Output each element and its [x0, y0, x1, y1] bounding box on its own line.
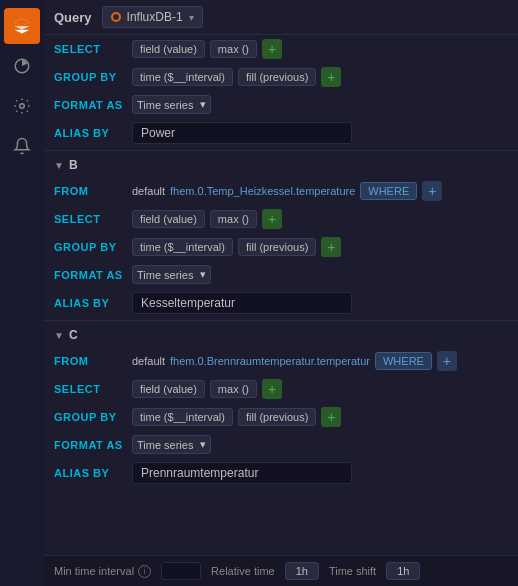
- groupby-label-c: GROUP BY: [54, 411, 126, 423]
- section-c-label: C: [69, 328, 78, 342]
- from-add-btn-b[interactable]: +: [422, 181, 442, 201]
- section-c: ▼ C FROM default fhem.0.Brennraumtempera…: [44, 323, 518, 488]
- from-content-c: default fhem.0.Brennraumtemperatur.tempe…: [132, 351, 508, 371]
- svg-point-4: [20, 104, 25, 109]
- min-time-interval-input[interactable]: [161, 562, 201, 580]
- time-tag-a[interactable]: time ($__interval): [132, 68, 233, 86]
- gear-icon: [13, 97, 31, 115]
- svg-rect-0: [16, 22, 28, 24]
- select-content-a: field (value) max () +: [132, 39, 508, 59]
- groupby-content-b: time ($__interval) fill (previous) +: [132, 237, 508, 257]
- footer: Min time interval i Relative time 1h Tim…: [44, 555, 518, 586]
- where-btn-b[interactable]: WHERE: [360, 182, 417, 200]
- from-default-b: default: [132, 185, 165, 197]
- groupby-add-btn-b[interactable]: +: [321, 237, 341, 257]
- where-btn-c[interactable]: WHERE: [375, 352, 432, 370]
- from-default-c: default: [132, 355, 165, 367]
- fill-tag-b[interactable]: fill (previous): [238, 238, 316, 256]
- formatas-label-c: FORMAT AS: [54, 439, 126, 451]
- aliasBy-input-c[interactable]: [132, 462, 352, 484]
- sidebar-item-bell[interactable]: [4, 128, 40, 164]
- from-label-b: FROM: [54, 185, 126, 197]
- aliasBy-label-c: ALIAS BY: [54, 467, 126, 479]
- formatas-row-c: FORMAT AS Time series Table World map ▾: [44, 431, 518, 458]
- time-tag-c[interactable]: time ($__interval): [132, 408, 233, 426]
- svg-rect-1: [16, 25, 28, 27]
- db-name: InfluxDB-1: [127, 10, 183, 24]
- sidebar-item-dashboard[interactable]: [4, 8, 40, 44]
- groupby-row-a: GROUP BY time ($__interval) fill (previo…: [44, 63, 518, 91]
- format-chevron-c: ▾: [200, 438, 206, 451]
- from-measurement-c[interactable]: fhem.0.Brennraumtemperatur.temperatur: [170, 355, 370, 367]
- svg-rect-2: [16, 28, 28, 30]
- format-select-b[interactable]: Time series Table World map ▾: [132, 265, 211, 284]
- sidebar-item-chart[interactable]: [4, 48, 40, 84]
- query-content: SELECT field (value) max () + GROUP BY t…: [44, 35, 518, 555]
- select-row-c: SELECT field (value) max () +: [44, 375, 518, 403]
- from-measurement-b[interactable]: fhem.0.Temp_Heizkessel.temperature: [170, 185, 355, 197]
- groupby-add-btn-a[interactable]: +: [321, 67, 341, 87]
- time-shift-value[interactable]: 1h: [386, 562, 420, 580]
- aliasBy-row-b: ALIAS BY: [44, 288, 518, 318]
- max-tag-a[interactable]: max (): [210, 40, 257, 58]
- aliasBy-content-c: [132, 462, 508, 484]
- groupby-add-btn-c[interactable]: +: [321, 407, 341, 427]
- select-add-btn-c[interactable]: +: [262, 379, 282, 399]
- divider-bc: [44, 320, 518, 321]
- max-tag-c[interactable]: max (): [210, 380, 257, 398]
- aliasBy-input-b[interactable]: [132, 292, 352, 314]
- select-content-b: field (value) max () +: [132, 209, 508, 229]
- select-row-b: SELECT field (value) max () +: [44, 205, 518, 233]
- from-label-c: FROM: [54, 355, 126, 367]
- section-b-header[interactable]: ▼ B: [44, 153, 518, 177]
- from-row-c: FROM default fhem.0.Brennraumtemperatur.…: [44, 347, 518, 375]
- select-label-b: SELECT: [54, 213, 126, 225]
- from-row-b: FROM default fhem.0.Temp_Heizkessel.temp…: [44, 177, 518, 205]
- select-label-c: SELECT: [54, 383, 126, 395]
- aliasBy-input-a[interactable]: [132, 122, 352, 144]
- aliasBy-row-a: ALIAS BY: [44, 118, 518, 148]
- format-chevron-b: ▾: [200, 268, 206, 281]
- select-row-a: SELECT field (value) max () +: [44, 35, 518, 63]
- format-select-input-b[interactable]: Time series Table World map: [137, 269, 196, 281]
- min-time-interval-label: Min time interval i: [54, 565, 151, 578]
- relative-time-value[interactable]: 1h: [285, 562, 319, 580]
- fill-tag-c[interactable]: fill (previous): [238, 408, 316, 426]
- groupby-label-a: GROUP BY: [54, 71, 126, 83]
- formatas-content-a: Time series Table World map ▾: [132, 95, 508, 114]
- time-tag-b[interactable]: time ($__interval): [132, 238, 233, 256]
- field-tag-a[interactable]: field (value): [132, 40, 205, 58]
- fill-tag-a[interactable]: fill (previous): [238, 68, 316, 86]
- format-select-a[interactable]: Time series Table World map ▾: [132, 95, 211, 114]
- chart-icon: [13, 57, 31, 75]
- field-tag-b[interactable]: field (value): [132, 210, 205, 228]
- bell-icon: [13, 137, 31, 155]
- collapse-arrow-b: ▼: [54, 160, 64, 171]
- aliasBy-label-b: ALIAS BY: [54, 297, 126, 309]
- format-select-c[interactable]: Time series Table World map ▾: [132, 435, 211, 454]
- format-chevron-a: ▾: [200, 98, 206, 111]
- sidebar-item-gear[interactable]: [4, 88, 40, 124]
- relative-time-label: Relative time: [211, 565, 275, 577]
- groupby-content-a: time ($__interval) fill (previous) +: [132, 67, 508, 87]
- info-icon[interactable]: i: [138, 565, 151, 578]
- db-selector[interactable]: InfluxDB-1 ▾: [102, 6, 203, 28]
- chevron-down-icon: ▾: [189, 12, 194, 23]
- aliasBy-row-c: ALIAS BY: [44, 458, 518, 488]
- section-a: SELECT field (value) max () + GROUP BY t…: [44, 35, 518, 148]
- time-shift-label: Time shift: [329, 565, 376, 577]
- sidebar: [0, 0, 44, 586]
- from-add-btn-c[interactable]: +: [437, 351, 457, 371]
- field-tag-c[interactable]: field (value): [132, 380, 205, 398]
- aliasBy-label-a: ALIAS BY: [54, 127, 126, 139]
- format-select-input-a[interactable]: Time series Table World map: [137, 99, 196, 111]
- max-tag-b[interactable]: max (): [210, 210, 257, 228]
- section-b-label: B: [69, 158, 78, 172]
- formatas-content-c: Time series Table World map ▾: [132, 435, 508, 454]
- divider-ab: [44, 150, 518, 151]
- aliasBy-content-b: [132, 292, 508, 314]
- select-add-btn-b[interactable]: +: [262, 209, 282, 229]
- select-add-btn-a[interactable]: +: [262, 39, 282, 59]
- format-select-input-c[interactable]: Time series Table World map: [137, 439, 196, 451]
- section-c-header[interactable]: ▼ C: [44, 323, 518, 347]
